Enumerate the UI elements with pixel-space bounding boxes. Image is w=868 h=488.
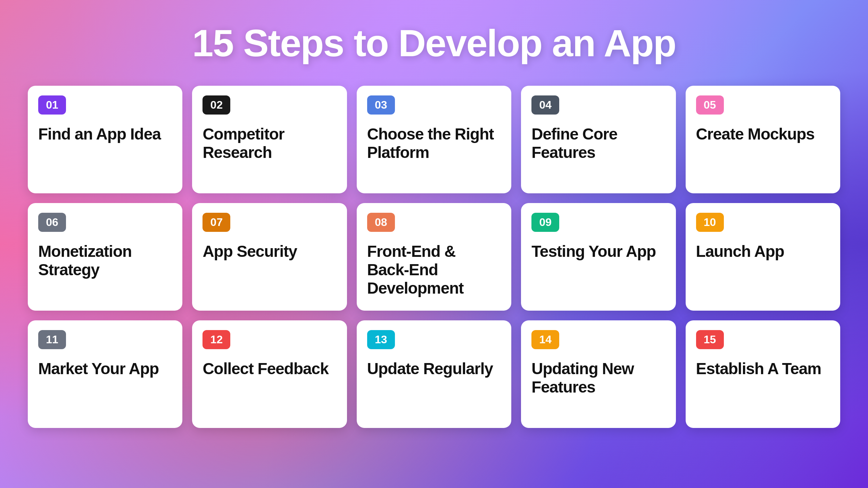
- step-title-11: Market Your App: [38, 360, 172, 378]
- step-number-12: 12: [202, 330, 230, 349]
- step-title-15: Establish A Team: [696, 360, 830, 378]
- card-step-9: 09Testing Your App: [521, 203, 676, 311]
- step-title-8: Front-End & Back-End Development: [367, 242, 501, 297]
- card-step-2: 02Competitor Research: [192, 86, 347, 193]
- step-number-4: 04: [531, 95, 559, 115]
- step-title-2: Competitor Research: [202, 125, 336, 162]
- step-title-14: Updating New Features: [531, 360, 665, 396]
- step-number-9: 09: [531, 213, 559, 232]
- card-step-6: 06Monetization Strategy: [28, 203, 182, 311]
- card-step-3: 03Choose the Right Platform: [357, 86, 511, 193]
- card-step-1: 01Find an App Idea: [28, 86, 182, 193]
- step-number-13: 13: [367, 330, 395, 349]
- step-number-15: 15: [696, 330, 724, 349]
- step-title-5: Create Mockups: [696, 125, 830, 143]
- card-step-7: 07App Security: [192, 203, 347, 311]
- card-step-12: 12Collect Feedback: [192, 320, 347, 428]
- step-number-10: 10: [696, 213, 724, 232]
- step-number-8: 08: [367, 213, 395, 232]
- step-number-5: 05: [696, 95, 724, 115]
- card-step-10: 10Launch App: [686, 203, 840, 311]
- step-number-11: 11: [38, 330, 66, 349]
- step-number-2: 02: [202, 95, 230, 115]
- step-title-4: Define Core Features: [531, 125, 665, 162]
- step-title-3: Choose the Right Platform: [367, 125, 501, 162]
- step-number-1: 01: [38, 95, 66, 115]
- step-number-3: 03: [367, 95, 395, 115]
- card-step-14: 14Updating New Features: [521, 320, 676, 428]
- main-content: 15 Steps to Develop an App 01Find an App…: [0, 0, 868, 449]
- step-title-12: Collect Feedback: [202, 360, 336, 378]
- steps-grid: 01Find an App Idea02Competitor Research0…: [28, 86, 840, 428]
- step-title-7: App Security: [202, 242, 336, 261]
- step-title-1: Find an App Idea: [38, 125, 172, 143]
- step-title-9: Testing Your App: [531, 242, 665, 261]
- step-title-10: Launch App: [696, 242, 830, 261]
- card-step-4: 04Define Core Features: [521, 86, 676, 193]
- card-step-11: 11Market Your App: [28, 320, 182, 428]
- step-title-13: Update Regularly: [367, 360, 501, 378]
- step-title-6: Monetization Strategy: [38, 242, 172, 279]
- step-number-7: 07: [202, 213, 230, 232]
- card-step-15: 15Establish A Team: [686, 320, 840, 428]
- step-number-14: 14: [531, 330, 559, 349]
- card-step-8: 08Front-End & Back-End Development: [357, 203, 511, 311]
- step-number-6: 06: [38, 213, 66, 232]
- card-step-5: 05Create Mockups: [686, 86, 840, 193]
- card-step-13: 13Update Regularly: [357, 320, 511, 428]
- page-title: 15 Steps to Develop an App: [28, 21, 840, 65]
